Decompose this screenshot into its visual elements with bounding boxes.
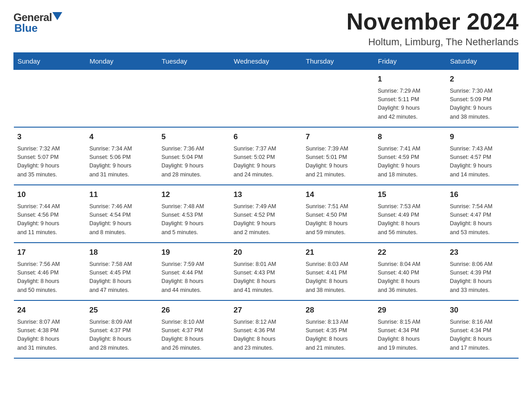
calendar-cell	[302, 70, 374, 128]
day-number: 29	[378, 304, 443, 316]
day-info: Sunrise: 7:53 AMSunset: 4:49 PMDaylight:…	[378, 202, 443, 237]
day-info: Sunrise: 7:46 AMSunset: 4:54 PMDaylight:…	[90, 202, 154, 237]
day-info: Sunrise: 7:56 AMSunset: 4:46 PMDaylight:…	[17, 260, 82, 295]
calendar-header: SundayMondayTuesdayWednesdayThursdayFrid…	[14, 53, 519, 70]
calendar-cell: 5Sunrise: 7:36 AMSunset: 5:04 PMDaylight…	[158, 127, 230, 185]
day-number: 18	[90, 247, 154, 258]
calendar-cell: 14Sunrise: 7:51 AMSunset: 4:50 PMDayligh…	[302, 185, 374, 243]
day-number: 11	[90, 189, 154, 201]
calendar-cell: 26Sunrise: 8:10 AMSunset: 4:37 PMDayligh…	[158, 300, 230, 358]
day-info: Sunrise: 8:09 AMSunset: 4:37 PMDaylight:…	[90, 318, 154, 353]
calendar-week-row: 10Sunrise: 7:44 AMSunset: 4:56 PMDayligh…	[14, 185, 519, 243]
calendar-cell: 23Sunrise: 8:06 AMSunset: 4:39 PMDayligh…	[446, 243, 519, 300]
month-title: November 2024	[347, 9, 519, 34]
day-info: Sunrise: 7:51 AMSunset: 4:50 PMDaylight:…	[306, 202, 371, 237]
calendar-cell	[86, 70, 158, 128]
day-info: Sunrise: 7:30 AMSunset: 5:09 PMDaylight:…	[450, 87, 515, 122]
day-number: 13	[234, 189, 299, 201]
day-number: 30	[450, 304, 515, 316]
day-info: Sunrise: 7:34 AMSunset: 5:06 PMDaylight:…	[90, 145, 154, 180]
calendar-body: 1Sunrise: 7:29 AMSunset: 5:11 PMDaylight…	[14, 70, 519, 359]
logo-area: General Blue	[13, 9, 62, 34]
calendar-week-row: 17Sunrise: 7:56 AMSunset: 4:46 PMDayligh…	[14, 243, 519, 300]
day-info: Sunrise: 7:41 AMSunset: 4:59 PMDaylight:…	[378, 145, 443, 180]
calendar-cell: 1Sunrise: 7:29 AMSunset: 5:11 PMDaylight…	[374, 70, 446, 128]
weekday-header-friday: Friday	[374, 53, 446, 70]
day-info: Sunrise: 8:06 AMSunset: 4:39 PMDaylight:…	[450, 260, 515, 295]
day-info: Sunrise: 7:43 AMSunset: 4:57 PMDaylight:…	[450, 145, 515, 180]
calendar-week-row: 3Sunrise: 7:32 AMSunset: 5:07 PMDaylight…	[14, 127, 519, 185]
day-info: Sunrise: 8:03 AMSunset: 4:41 PMDaylight:…	[306, 260, 371, 295]
day-info: Sunrise: 8:04 AMSunset: 4:40 PMDaylight:…	[378, 260, 443, 295]
day-number: 3	[17, 131, 82, 143]
day-info: Sunrise: 7:29 AMSunset: 5:11 PMDaylight:…	[378, 87, 443, 122]
day-number: 5	[162, 131, 227, 143]
day-number: 22	[378, 247, 443, 258]
calendar-cell: 13Sunrise: 7:49 AMSunset: 4:52 PMDayligh…	[230, 185, 302, 243]
day-number: 9	[450, 131, 515, 143]
day-number: 21	[306, 247, 371, 258]
calendar-cell: 3Sunrise: 7:32 AMSunset: 5:07 PMDaylight…	[14, 127, 86, 185]
day-info: Sunrise: 7:36 AMSunset: 5:04 PMDaylight:…	[162, 145, 227, 180]
calendar-cell: 18Sunrise: 7:58 AMSunset: 4:45 PMDayligh…	[86, 243, 158, 300]
day-number: 24	[17, 304, 82, 316]
day-info: Sunrise: 8:15 AMSunset: 4:34 PMDaylight:…	[378, 318, 443, 353]
day-number: 19	[162, 247, 227, 258]
day-info: Sunrise: 8:12 AMSunset: 4:36 PMDaylight:…	[234, 318, 299, 353]
calendar-cell: 11Sunrise: 7:46 AMSunset: 4:54 PMDayligh…	[86, 185, 158, 243]
day-number: 27	[234, 304, 299, 316]
day-number: 16	[450, 189, 515, 201]
day-number: 15	[378, 189, 443, 201]
title-area: November 2024 Holtum, Limburg, The Nethe…	[347, 9, 519, 48]
day-number: 26	[162, 304, 227, 316]
calendar-cell: 22Sunrise: 8:04 AMSunset: 4:40 PMDayligh…	[374, 243, 446, 300]
day-number: 20	[234, 247, 299, 258]
day-number: 28	[306, 304, 371, 316]
weekday-header-monday: Monday	[86, 53, 158, 70]
calendar-week-row: 1Sunrise: 7:29 AMSunset: 5:11 PMDaylight…	[14, 70, 519, 128]
calendar-cell: 29Sunrise: 8:15 AMSunset: 4:34 PMDayligh…	[374, 300, 446, 358]
calendar-cell: 25Sunrise: 8:09 AMSunset: 4:37 PMDayligh…	[86, 300, 158, 358]
logo-blue-text: Blue	[13, 22, 38, 34]
weekday-header-tuesday: Tuesday	[158, 53, 230, 70]
day-info: Sunrise: 7:44 AMSunset: 4:56 PMDaylight:…	[17, 202, 82, 237]
calendar-cell: 8Sunrise: 7:41 AMSunset: 4:59 PMDaylight…	[374, 127, 446, 185]
calendar-cell	[230, 70, 302, 128]
calendar-cell: 16Sunrise: 7:54 AMSunset: 4:47 PMDayligh…	[446, 185, 519, 243]
weekday-header-thursday: Thursday	[302, 53, 374, 70]
day-info: Sunrise: 8:10 AMSunset: 4:37 PMDaylight:…	[162, 318, 227, 353]
calendar-cell: 4Sunrise: 7:34 AMSunset: 5:06 PMDaylight…	[86, 127, 158, 185]
day-number: 7	[306, 131, 371, 143]
day-number: 2	[450, 73, 515, 85]
calendar-cell: 30Sunrise: 8:16 AMSunset: 4:34 PMDayligh…	[446, 300, 519, 358]
day-info: Sunrise: 7:37 AMSunset: 5:02 PMDaylight:…	[234, 145, 299, 180]
calendar-cell: 17Sunrise: 7:56 AMSunset: 4:46 PMDayligh…	[14, 243, 86, 300]
day-info: Sunrise: 7:54 AMSunset: 4:47 PMDaylight:…	[450, 202, 515, 237]
svg-marker-0	[52, 12, 62, 20]
day-info: Sunrise: 8:07 AMSunset: 4:38 PMDaylight:…	[17, 318, 82, 353]
weekday-header-sunday: Sunday	[14, 53, 86, 70]
calendar-cell	[14, 70, 86, 128]
day-number: 25	[90, 304, 154, 316]
day-info: Sunrise: 7:32 AMSunset: 5:07 PMDaylight:…	[17, 145, 82, 180]
calendar-table: SundayMondayTuesdayWednesdayThursdayFrid…	[13, 52, 519, 359]
calendar-cell: 7Sunrise: 7:39 AMSunset: 5:01 PMDaylight…	[302, 127, 374, 185]
day-number: 10	[17, 189, 82, 201]
calendar-cell: 19Sunrise: 7:59 AMSunset: 4:44 PMDayligh…	[158, 243, 230, 300]
calendar-cell	[158, 70, 230, 128]
day-info: Sunrise: 8:01 AMSunset: 4:43 PMDaylight:…	[234, 260, 299, 295]
calendar-week-row: 24Sunrise: 8:07 AMSunset: 4:38 PMDayligh…	[14, 300, 519, 358]
day-number: 1	[378, 73, 443, 85]
calendar-cell: 9Sunrise: 7:43 AMSunset: 4:57 PMDaylight…	[446, 127, 519, 185]
calendar-cell: 27Sunrise: 8:12 AMSunset: 4:36 PMDayligh…	[230, 300, 302, 358]
page-header: General Blue November 2024 Holtum, Limbu…	[13, 9, 519, 48]
day-info: Sunrise: 7:49 AMSunset: 4:52 PMDaylight:…	[234, 202, 299, 237]
calendar-cell: 6Sunrise: 7:37 AMSunset: 5:02 PMDaylight…	[230, 127, 302, 185]
weekday-header-row: SundayMondayTuesdayWednesdayThursdayFrid…	[14, 53, 519, 70]
calendar-cell: 15Sunrise: 7:53 AMSunset: 4:49 PMDayligh…	[374, 185, 446, 243]
day-info: Sunrise: 7:59 AMSunset: 4:44 PMDaylight:…	[162, 260, 227, 295]
day-info: Sunrise: 8:13 AMSunset: 4:35 PMDaylight:…	[306, 318, 371, 353]
day-info: Sunrise: 7:39 AMSunset: 5:01 PMDaylight:…	[306, 145, 371, 180]
calendar-cell: 20Sunrise: 8:01 AMSunset: 4:43 PMDayligh…	[230, 243, 302, 300]
day-number: 6	[234, 131, 299, 143]
